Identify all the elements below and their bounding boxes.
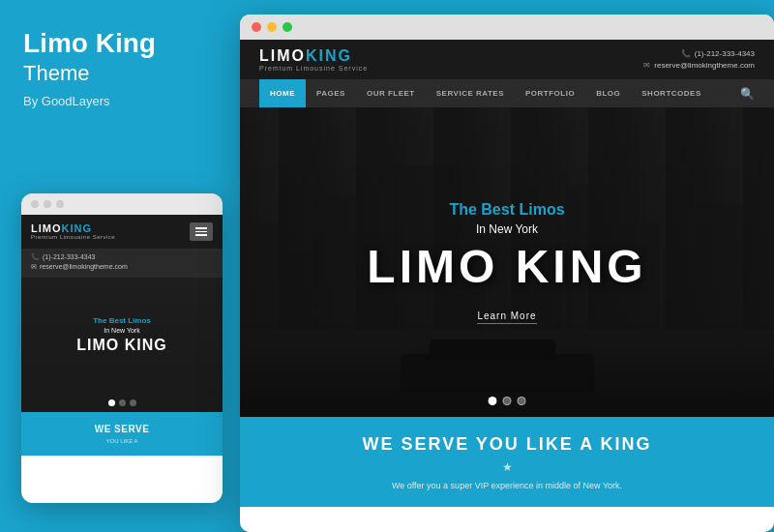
mobile-hamburger-button[interactable]: [190, 222, 213, 241]
logo-limo: LIMO: [259, 47, 306, 64]
serve-title: WE SERVE YOU LIKE A KING: [259, 434, 755, 455]
mobile-serve-title: WE SERVE: [29, 424, 215, 434]
mobile-header: LIMOKING Premium Limousine Service: [21, 215, 223, 249]
site-email-line: ✉ reserve@limokingtheme.com: [643, 61, 755, 70]
logo-king: KING: [306, 47, 352, 64]
nav-item-portfolio[interactable]: PORTFOLIO: [515, 79, 585, 107]
theme-title-bold: Limo King: [23, 29, 217, 59]
mobile-dot-3: [130, 399, 136, 406]
mobile-logo: LIMOKING Premium Limousine Service: [31, 222, 115, 240]
nav-item-pages[interactable]: PAGES: [306, 79, 356, 107]
nav-item-blog[interactable]: BLOG: [585, 79, 631, 107]
site-hero: The Best Limos In New York LIMO KING Lea…: [240, 107, 774, 417]
mobile-traffic-lights: [21, 193, 223, 215]
hero-subtitle: In New York: [367, 222, 646, 236]
nav-item-home[interactable]: HOME: [259, 79, 306, 107]
site-contact-info: 📞 (1)-212-333-4343 ✉ reserve@limokingthe…: [643, 49, 755, 70]
mobile-email: reserve@limokingtheme.com: [40, 263, 128, 270]
hero-tagline: The Best Limos: [367, 201, 646, 219]
hero-learn-more-button[interactable]: Learn More: [477, 310, 536, 324]
site-phone: (1)-212-333-4343: [695, 49, 755, 58]
hero-slider-dots: [489, 397, 526, 405]
mobile-email-line: ✉ reserve@limokingtheme.com: [31, 263, 213, 271]
mobile-dot-3: [56, 200, 64, 208]
mobile-hero-overlay: [21, 278, 223, 394]
nav-item-shortcodes[interactable]: SHORTCODES: [631, 79, 711, 107]
mobile-dot-1: [31, 200, 39, 208]
hero-title: LIMO KING: [367, 244, 646, 290]
site-email: reserve@limokingtheme.com: [654, 61, 755, 70]
email-icon: ✉: [31, 263, 37, 271]
hero-content: The Best Limos In New York LIMO KING Lea…: [367, 201, 646, 324]
hero-dot-1[interactable]: [489, 397, 497, 405]
left-panel: Limo King Theme By GoodLayers LIMOKING P…: [0, 0, 240, 532]
mobile-logo-text: LIMOKING: [31, 222, 115, 234]
site-logo-text: LIMOKING: [259, 47, 352, 65]
site-phone-icon: 📞: [681, 49, 691, 58]
site-nav: HOME PAGES OUR FLEET SERVICE RATES PORTF…: [240, 79, 774, 107]
serve-text: We offer you a super VIP experience in m…: [362, 480, 652, 493]
mobile-mockup: LIMOKING Premium Limousine Service 📞 (1)…: [21, 193, 223, 503]
mobile-logo-sub: Premium Limousine Service: [31, 234, 115, 240]
nav-item-rates[interactable]: SERVICE RATES: [426, 79, 515, 107]
mobile-hero-subtitle: In New York: [104, 327, 139, 334]
mobile-phone: (1)-212-333-4343: [43, 253, 95, 260]
site-email-icon: ✉: [643, 61, 650, 70]
mobile-dot-2: [119, 399, 126, 406]
nav-items: HOME PAGES OUR FLEET SERVICE RATES PORTF…: [259, 79, 712, 107]
theme-title-light: Theme: [23, 61, 217, 86]
serve-section: WE SERVE YOU LIKE A KING ★ We offer you …: [240, 417, 774, 507]
mobile-hero-title: LIMO KING: [76, 337, 166, 354]
site-logo-sub: Premium Limousine Service: [259, 65, 368, 72]
site-phone-line: 📞 (1)-212-333-4343: [681, 49, 755, 58]
site-logo: LIMOKING Premium Limousine Service: [259, 47, 368, 72]
desktop-dot-yellow: [267, 22, 277, 32]
theme-author: By GoodLayers: [23, 94, 217, 108]
mobile-hero-tagline: The Best Limos: [93, 316, 151, 325]
mobile-logo-king: KING: [62, 222, 93, 234]
mobile-dot-2: [44, 200, 51, 208]
mobile-serve-section: WE SERVE YOU LIKE A: [21, 412, 223, 456]
hero-dot-2[interactable]: [503, 397, 512, 405]
mobile-contact: 📞 (1)-212-333-4343 ✉ reserve@limokingthe…: [21, 249, 223, 278]
mobile-phone-line: 📞 (1)-212-333-4343: [31, 253, 213, 261]
mobile-logo-limo: LIMO: [31, 222, 62, 234]
phone-icon: 📞: [31, 253, 40, 261]
nav-item-fleet[interactable]: OUR FLEET: [356, 79, 426, 107]
desktop-traffic-lights: [240, 15, 774, 40]
search-icon[interactable]: 🔍: [740, 87, 755, 101]
serve-star: ★: [259, 460, 755, 474]
mobile-dot-active: [108, 399, 115, 406]
site-header: LIMOKING Premium Limousine Service 📞 (1)…: [240, 40, 774, 79]
desktop-dot-red: [252, 22, 261, 32]
mobile-serve-subtitle: YOU LIKE A: [29, 438, 215, 444]
desktop-mockup: LIMOKING Premium Limousine Service 📞 (1)…: [240, 15, 774, 532]
desktop-dot-green: [283, 22, 292, 32]
hero-dot-3[interactable]: [518, 397, 526, 405]
mobile-slider-dots: [21, 394, 223, 412]
theme-name: Limo King Theme By GoodLayers: [23, 29, 217, 108]
mobile-hero: The Best Limos In New York LIMO KING: [21, 278, 223, 394]
